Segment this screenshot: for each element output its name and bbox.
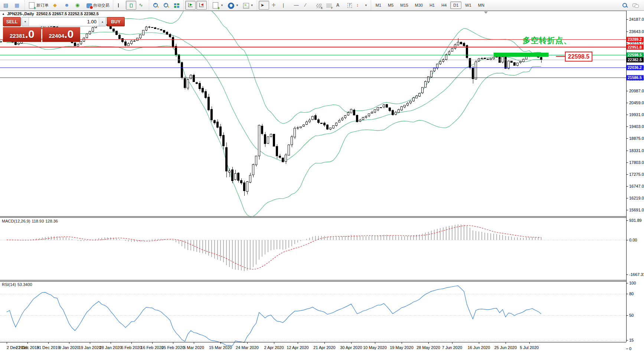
- auto-scroll-button[interactable]: ▶: [185, 1, 196, 10]
- collapse-icon[interactable]: ▲: [2, 12, 5, 16]
- text-label-button[interactable]: T: [346, 1, 354, 10]
- auto-trading-label: 自动交易: [93, 3, 109, 8]
- zoom-in-icon: +: [153, 2, 158, 8]
- timeframe-button-H4[interactable]: H4: [438, 1, 450, 9]
- timeframe-button-MN[interactable]: MN: [475, 1, 487, 9]
- date-axis[interactable]: 2 Dec 201922 Dec 201931 Dec 20199 Jan 20…: [7, 342, 539, 350]
- volume-increase-button[interactable]: ▲: [99, 17, 106, 26]
- line-chart-button[interactable]: ∿: [137, 1, 147, 10]
- svg-text:19403.0: 19403.0: [629, 124, 644, 129]
- templates-button[interactable]: ▼: [241, 1, 255, 10]
- timeframe-button-M1[interactable]: M1: [373, 1, 384, 9]
- zoom-out-icon: −: [163, 2, 169, 8]
- chat-button[interactable]: [630, 1, 641, 10]
- buy-button[interactable]: BUY: [107, 17, 125, 26]
- chart-shift-button[interactable]: ◀: [196, 1, 207, 10]
- rsi-pane: [0, 286, 626, 346]
- chart-canvas[interactable]: 24187.023643.023115.022587.022059.021531…: [0, 11, 644, 352]
- tile-windows-button[interactable]: [171, 1, 182, 10]
- chart-window[interactable]: 24187.023643.023115.022587.022059.021531…: [0, 11, 644, 352]
- price-axis[interactable]: 24187.023643.023115.022587.022059.021531…: [626, 17, 644, 213]
- rsi-indicator-label: RSI(14)53.3400: [2, 282, 34, 287]
- macd-indicator-label: MACD(12,26,9)118.93128.36: [2, 219, 59, 223]
- market-button[interactable]: ◆: [51, 1, 62, 10]
- svg-text:22598.5: 22598.5: [628, 53, 642, 57]
- auto-scroll-icon: ▶: [187, 2, 194, 8]
- timeframe-button-H1[interactable]: H1: [426, 1, 438, 9]
- svg-text:21 Apr 2020: 21 Apr 2020: [313, 345, 335, 350]
- volume-stepper: ▼ ▲: [22, 17, 106, 26]
- svg-text:5 Jul 2020: 5 Jul 2020: [520, 345, 539, 350]
- new-order-button[interactable]: + 新订单: [26, 1, 50, 10]
- volume-input[interactable]: [29, 17, 99, 26]
- indicators-button[interactable]: +▼: [210, 1, 225, 10]
- rsi-axis[interactable]: 1008050150: [626, 281, 636, 351]
- new-order-label: 新订单: [36, 3, 49, 8]
- line-chart-icon: ∿: [139, 2, 146, 8]
- candlestick-chart-button[interactable]: [126, 1, 136, 10]
- arrows-button[interactable]: ↕▼: [354, 1, 369, 10]
- crosshair-button[interactable]: ✛: [270, 1, 280, 10]
- svg-text:17275.0: 17275.0: [629, 172, 644, 177]
- timeframe-button-W1[interactable]: W1: [462, 1, 474, 9]
- svg-text:100: 100: [629, 281, 636, 285]
- sell-button[interactable]: SELL: [3, 17, 21, 26]
- text-button[interactable]: A: [334, 1, 345, 10]
- symbol-header: ▲ JPN225-,Daily 22502.5 22657.5 22252.5 …: [2, 11, 99, 16]
- horizontal-line-button[interactable]: —: [292, 1, 303, 10]
- sell-price-display[interactable]: 22381 .0: [3, 27, 41, 42]
- market-watch-icon: ▤: [3, 2, 10, 8]
- macd-axis[interactable]: 931.890.00-1667.31: [626, 218, 644, 276]
- svg-text:28 May 2020: 28 May 2020: [416, 345, 440, 350]
- timeframe-button-M30[interactable]: M30: [412, 1, 426, 9]
- periods-button[interactable]: ▼: [226, 1, 241, 10]
- fibonacci-button[interactable]: F: [324, 1, 334, 10]
- bar-chart-button[interactable]: [115, 1, 125, 10]
- chat-icon: [632, 2, 639, 8]
- signals-button[interactable]: ☻: [62, 1, 73, 10]
- symbol-period-label: JPN225-,Daily: [7, 11, 34, 16]
- equidistant-channel-button[interactable]: E: [314, 1, 324, 10]
- macd-pane: [0, 224, 626, 271]
- svg-text:15691.0: 15691.0: [629, 208, 644, 212]
- text-icon: A: [336, 2, 343, 8]
- timeframe-group: M1M5M15M30H1H4D1W1MN: [371, 0, 489, 10]
- buy-price-display[interactable]: 22404 .0: [42, 27, 81, 42]
- volume-decrease-button[interactable]: ▼: [22, 17, 29, 26]
- svg-text:31 Dec 2019: 31 Dec 2019: [37, 345, 60, 350]
- svg-text:22951.8: 22951.8: [628, 45, 642, 49]
- news-icon: ◉: [75, 2, 82, 8]
- profiles-button[interactable]: ▦: [13, 1, 23, 10]
- main-pane: [0, 11, 542, 217]
- auto-trading-button[interactable]: 自动交易: [85, 1, 111, 10]
- svg-text:20987.0: 20987.0: [629, 89, 644, 93]
- periods-icon: [228, 3, 234, 9]
- sell-price-frac: .0: [25, 27, 35, 41]
- candlestick-chart-icon: [128, 2, 134, 8]
- timeframe-button-M15[interactable]: M15: [397, 1, 411, 9]
- price-callout-box[interactable]: 22598.5: [565, 52, 592, 62]
- cursor-button[interactable]: ➤: [259, 1, 269, 10]
- macd-histogram: [7, 224, 541, 271]
- vertical-line-icon: |: [283, 2, 290, 8]
- svg-text:22 Dec 2019: 22 Dec 2019: [16, 345, 39, 350]
- equidistant-channel-icon: E: [316, 4, 322, 8]
- zoom-out-button[interactable]: −: [161, 1, 171, 10]
- svg-text:23643.0: 23643.0: [629, 29, 644, 34]
- market-watch-button[interactable]: ▤: [1, 1, 12, 10]
- text-label-icon: T: [347, 3, 352, 8]
- svg-text:22382.5: 22382.5: [628, 57, 642, 62]
- svg-text:15: 15: [629, 338, 634, 342]
- crosshair-icon: ✛: [272, 2, 278, 8]
- svg-text:6 Feb 2020: 6 Feb 2020: [121, 345, 142, 350]
- svg-text:22036.2: 22036.2: [628, 65, 642, 70]
- news-button[interactable]: ◉: [73, 1, 84, 10]
- svg-text:9 Jan 2020: 9 Jan 2020: [59, 345, 79, 350]
- zoom-in-button[interactable]: +: [151, 1, 160, 10]
- vertical-line-button[interactable]: |: [281, 1, 291, 10]
- timeframe-button-M5[interactable]: M5: [385, 1, 396, 9]
- trendline-button[interactable]: ∕: [303, 1, 314, 10]
- tile-windows-icon: [173, 2, 180, 8]
- timeframe-button-D1[interactable]: D1: [450, 1, 461, 9]
- search-button[interactable]: [620, 1, 630, 10]
